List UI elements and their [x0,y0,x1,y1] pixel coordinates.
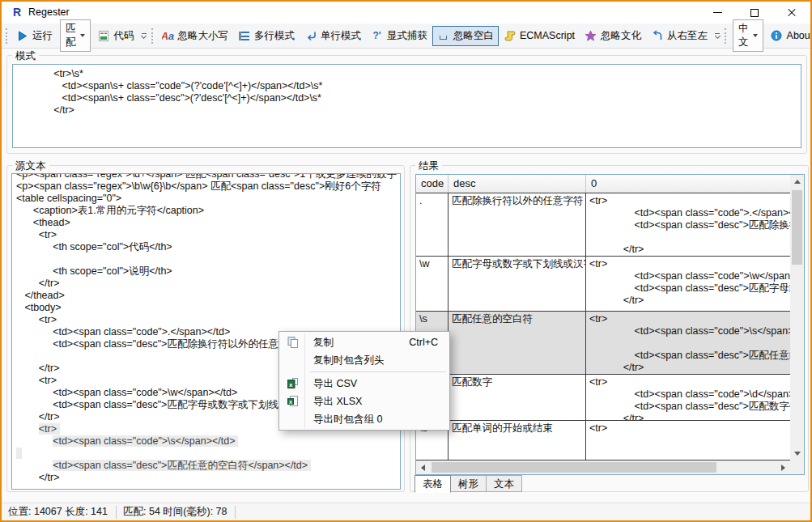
ignore-culture-toggle[interactable]: 忽略文化 [580,26,646,46]
status-match: 匹配: 54 时间(毫秒): 78 [117,505,236,519]
list-icon [238,30,250,42]
source-line: <p><span class="regex">\b\w{6}\b</span> … [16,180,400,193]
result-row[interactable]: . 匹配除换行符以外的任意字符 <tr> <td><span class="co… [416,193,790,257]
tab-tree[interactable]: 树形 [451,475,487,492]
menu-item-copy-with-headers[interactable]: 复制时包含列头 [281,351,448,369]
scroll-left-icon[interactable] [421,465,425,471]
tab-table[interactable]: 表格 [415,475,451,493]
run-button[interactable]: 运行 [11,26,57,46]
result-row-selected[interactable]: \s 匹配任意的空白符 <tr> <td><span class="code">… [416,312,790,375]
cell-desc: 匹配数字 [449,375,586,421]
vertical-scroll-thumb[interactable] [792,190,802,265]
svg-text:x: x [289,381,293,388]
toolbar-grip[interactable] [725,28,726,44]
toolbar-grip[interactable] [151,28,153,44]
result-row[interactable]: \w 匹配字母或数字或下划线或汉字 <tr> <td><span class="… [416,257,790,312]
ignore-case-toggle[interactable]: Aa 忽略大小写 [157,26,234,46]
cell-match: <tr> [586,421,790,460]
code-button[interactable]: 代码 [93,26,139,46]
scroll-down-icon[interactable] [794,452,801,456]
about-button[interactable]: About [766,27,812,45]
play-icon [16,30,28,42]
star-icon [585,30,597,42]
close-icon [787,8,797,18]
source-line-match: <td><span class="code">\s</span></td> [16,435,400,448]
close-button[interactable] [773,2,810,23]
explicit-capture-label: 显式捕获 [387,29,427,43]
singleline-toggle[interactable]: 单行模式 [300,26,366,46]
svg-text:x: x [289,399,292,405]
toolbar-grip[interactable] [6,28,7,44]
match-mode-dropdown[interactable]: 匹配 [60,19,91,52]
source-line: </tr> [16,278,400,290]
pattern-group-label: 模式 [12,49,39,63]
result-view-tabs: 表格 树形 文本 [415,475,522,493]
menu-label: 导出 CSV [313,377,357,391]
source-line: </thead> [16,290,400,302]
source-line: </tr> [16,472,400,484]
source-line-match [16,448,400,460]
results-groupbox: 结果 code desc 0 . 匹配除换行符以外的任意字符 <tr> <td>… [410,165,809,492]
column-header-0[interactable]: 0 [586,175,790,193]
pattern-input[interactable]: <tr>\s* <td><span\s+ class="code">(?'cod… [12,64,801,148]
tab-text[interactable]: 文本 [487,475,522,492]
column-header-code[interactable]: code [416,175,449,193]
cell-desc: 匹配字母或数字或下划线或汉字 [449,257,586,312]
multiline-toggle[interactable]: 多行模式 [233,26,300,46]
menu-label: 复制 [313,336,334,350]
ecmascript-toggle[interactable]: ECMAScript [499,27,580,45]
cell-desc: 匹配任意的空白符 [449,312,586,375]
menu-item-copy[interactable]: 复制 Ctrl+C [281,333,448,351]
cell-match: <tr> <td><span class="code">\w</span></t… [586,257,790,312]
ignore-case-label: 忽略大小写 [178,29,229,43]
status-position: 位置: 14067 长度: 141 [2,505,116,519]
maximize-icon [750,9,759,17]
right-to-left-toggle[interactable]: 从右至左 [646,26,712,46]
cell-match: <tr> <td><span class="code">\d</span></t… [586,375,790,421]
match-mode-label: 匹配 [66,22,76,49]
curved-arrow-icon [651,30,663,42]
source-line: <thead> [16,217,400,229]
run-label: 运行 [32,29,53,43]
singleline-label: 单行模式 [321,29,361,43]
about-label: About [787,30,812,41]
question-quote-icon: ?' [371,30,383,42]
language-dropdown[interactable]: 中文 [733,19,763,52]
menu-label: 导出时包含组 0 [313,413,382,427]
context-menu: 复制 Ctrl+C 复制时包含列头 x 导出 CSV x [278,331,450,431]
multiline-label: 多行模式 [254,29,295,43]
results-grid: code desc 0 . 匹配除换行符以外的任意字符 <tr> <td><sp… [415,174,805,475]
titlebar[interactable]: R Regester [2,2,810,23]
result-row[interactable]: \d 匹配数字 <tr> <td><span class="code">\d</… [416,375,790,421]
source-line: <th scope="col">说明</th> [16,265,400,278]
toolbar: 运行 匹配 代码 Aa 忽略大小写 多行模式 [2,23,810,49]
result-row[interactable]: \b 匹配单词的开始或结束 <tr> [416,421,790,460]
space-icon [437,30,449,42]
minimize-button[interactable] [699,2,736,23]
scroll-up-icon[interactable] [794,180,801,184]
cell-match: <tr> <td><span class="code">.</span></td… [586,193,790,257]
column-header-desc[interactable]: desc [449,175,586,193]
scroll-right-icon[interactable] [781,465,785,471]
minimize-icon [713,12,722,13]
horizontal-scroll-thumb[interactable] [432,462,716,473]
explicit-capture-toggle[interactable]: ?' 显式捕获 [366,26,432,46]
menu-item-export-include-group0[interactable]: 导出时包含组 0 [281,410,448,428]
vertical-scrollbar[interactable] [790,175,804,460]
scrollbar-corner [790,460,804,474]
code-file-icon [98,30,110,42]
app-icon: R [11,6,23,19]
cell-code: \w [416,257,449,312]
horizontal-scrollbar[interactable] [416,460,790,474]
source-line: <caption>表1.常用的元字符</caption> [16,205,400,217]
menu-item-export-csv[interactable]: x 导出 CSV [281,375,448,393]
menu-item-export-xlsx[interactable]: x 导出 XLSX [281,393,448,410]
source-line: <table cellspacing="0"> [16,193,400,205]
pattern-groupbox: 模式 <tr>\s* <td><span\s+ class="code">(?'… [6,55,807,154]
ignore-whitespace-toggle[interactable]: 忽略空白 [432,26,499,46]
toolbar-overflow-button[interactable] [142,33,147,39]
toolbar-overflow-button[interactable] [715,33,720,39]
source-groupbox: 源文本 <p><span class="regex">\d+</span> 匹配… [6,165,405,492]
right-to-left-label: 从右至左 [667,29,708,43]
cell-desc: 匹配除换行符以外的任意字符 [449,193,586,257]
